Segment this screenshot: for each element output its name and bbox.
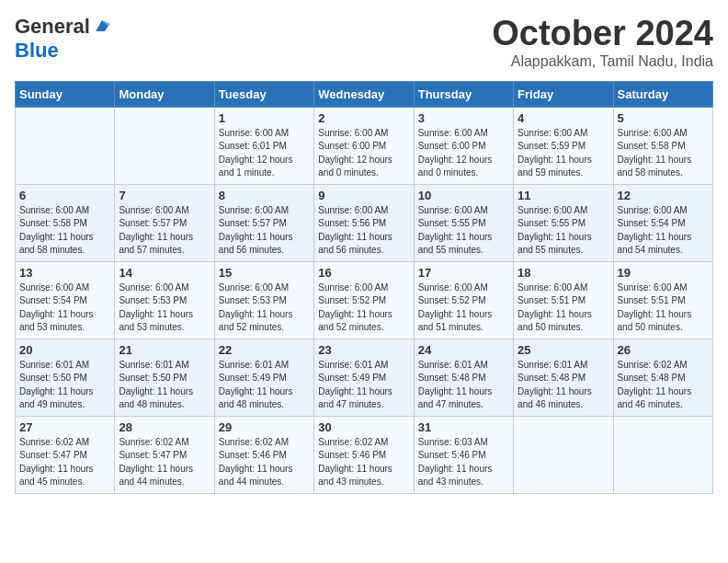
sunrise-text: Sunrise: 6:00 AM: [518, 127, 609, 141]
header-thursday: Thursday: [414, 81, 513, 107]
calendar-cell: 7Sunrise: 6:00 AMSunset: 5:57 PMDaylight…: [115, 184, 214, 261]
daylight-text: Daylight: 11 hours and 52 minutes.: [219, 308, 310, 335]
sunrise-text: Sunrise: 6:00 AM: [518, 282, 609, 295]
day-info: Sunrise: 6:00 AMSunset: 5:51 PMDaylight:…: [618, 282, 709, 335]
daylight-text: Daylight: 11 hours and 54 minutes.: [618, 231, 709, 258]
day-number: 26: [618, 343, 709, 357]
sunset-text: Sunset: 5:49 PM: [219, 372, 310, 385]
day-info: Sunrise: 6:00 AMSunset: 5:57 PMDaylight:…: [219, 204, 310, 258]
day-number: 20: [19, 343, 110, 357]
sunrise-text: Sunrise: 6:00 AM: [618, 282, 709, 295]
calendar-cell: 30Sunrise: 6:02 AMSunset: 5:46 PMDayligh…: [314, 416, 414, 493]
calendar-cell: 29Sunrise: 6:02 AMSunset: 5:46 PMDayligh…: [214, 416, 313, 493]
day-info: Sunrise: 6:00 AMSunset: 5:55 PMDaylight:…: [418, 204, 509, 258]
day-info: Sunrise: 6:02 AMSunset: 5:46 PMDaylight:…: [318, 436, 409, 489]
day-info: Sunrise: 6:02 AMSunset: 5:47 PMDaylight:…: [19, 436, 110, 489]
calendar-week-row: 27Sunrise: 6:02 AMSunset: 5:47 PMDayligh…: [16, 416, 713, 493]
logo-blue: Blue: [15, 39, 59, 63]
sunset-text: Sunset: 5:46 PM: [219, 449, 310, 463]
day-number: 22: [219, 343, 310, 357]
daylight-text: Daylight: 11 hours and 51 minutes.: [418, 308, 509, 335]
month-title: October 2024: [492, 15, 713, 53]
sunrise-text: Sunrise: 6:00 AM: [618, 204, 709, 218]
sunset-text: Sunset: 5:50 PM: [119, 372, 210, 385]
sunrise-text: Sunrise: 6:00 AM: [318, 204, 409, 218]
sunrise-text: Sunrise: 6:00 AM: [318, 127, 409, 141]
daylight-text: Daylight: 11 hours and 57 minutes.: [119, 231, 210, 258]
sunrise-text: Sunrise: 6:00 AM: [219, 204, 310, 218]
day-info: Sunrise: 6:01 AMSunset: 5:48 PMDaylight:…: [418, 359, 509, 412]
day-info: Sunrise: 6:02 AMSunset: 5:46 PMDaylight:…: [219, 436, 310, 489]
sunrise-text: Sunrise: 6:02 AM: [119, 436, 210, 450]
daylight-text: Daylight: 11 hours and 48 minutes.: [119, 385, 210, 412]
logo: General Blue: [15, 15, 112, 63]
calendar-cell: 28Sunrise: 6:02 AMSunset: 5:47 PMDayligh…: [115, 416, 214, 493]
calendar-cell: [613, 416, 712, 493]
daylight-text: Daylight: 11 hours and 58 minutes.: [19, 231, 110, 258]
sunset-text: Sunset: 5:53 PM: [219, 294, 310, 308]
day-number: 9: [318, 189, 409, 202]
calendar-cell: 2Sunrise: 6:00 AMSunset: 6:00 PMDaylight…: [314, 107, 414, 184]
sunrise-text: Sunrise: 6:02 AM: [219, 436, 310, 450]
sunrise-text: Sunrise: 6:00 AM: [318, 282, 409, 295]
day-number: 25: [518, 343, 609, 357]
sunset-text: Sunset: 5:59 PM: [518, 140, 609, 154]
day-number: 13: [19, 266, 110, 280]
sunrise-text: Sunrise: 6:02 AM: [318, 436, 409, 450]
day-info: Sunrise: 6:00 AMSunset: 5:55 PMDaylight:…: [518, 204, 609, 258]
sunrise-text: Sunrise: 6:02 AM: [618, 359, 709, 373]
day-number: 1: [219, 111, 310, 125]
calendar-cell: 31Sunrise: 6:03 AMSunset: 5:46 PMDayligh…: [414, 416, 513, 493]
daylight-text: Daylight: 11 hours and 48 minutes.: [219, 385, 310, 412]
daylight-text: Daylight: 11 hours and 47 minutes.: [318, 385, 409, 412]
calendar-cell: 19Sunrise: 6:00 AMSunset: 5:51 PMDayligh…: [613, 261, 712, 339]
daylight-text: Daylight: 11 hours and 43 minutes.: [318, 463, 409, 489]
day-info: Sunrise: 6:01 AMSunset: 5:48 PMDaylight:…: [518, 359, 609, 412]
calendar-cell: 13Sunrise: 6:00 AMSunset: 5:54 PMDayligh…: [16, 261, 115, 339]
day-info: Sunrise: 6:00 AMSunset: 5:51 PMDaylight:…: [518, 282, 609, 335]
calendar-cell: 22Sunrise: 6:01 AMSunset: 5:49 PMDayligh…: [214, 339, 313, 416]
sunset-text: Sunset: 5:55 PM: [518, 217, 609, 231]
day-number: 8: [219, 189, 310, 202]
day-info: Sunrise: 6:00 AMSunset: 5:52 PMDaylight:…: [318, 282, 409, 335]
daylight-text: Daylight: 11 hours and 56 minutes.: [318, 231, 409, 258]
header-sunday: Sunday: [16, 81, 115, 107]
day-number: 15: [219, 266, 310, 280]
sunset-text: Sunset: 5:54 PM: [618, 217, 709, 231]
sunrise-text: Sunrise: 6:01 AM: [518, 359, 609, 373]
sunset-text: Sunset: 5:55 PM: [418, 217, 509, 231]
day-info: Sunrise: 6:00 AMSunset: 6:00 PMDaylight:…: [418, 127, 509, 180]
day-number: 12: [618, 189, 709, 202]
sunrise-text: Sunrise: 6:01 AM: [318, 359, 409, 373]
svg-marker-0: [96, 20, 108, 31]
sunset-text: Sunset: 5:57 PM: [219, 217, 310, 231]
calendar-cell: 18Sunrise: 6:00 AMSunset: 5:51 PMDayligh…: [514, 261, 613, 339]
sunset-text: Sunset: 5:46 PM: [418, 449, 509, 463]
calendar-cell: 15Sunrise: 6:00 AMSunset: 5:53 PMDayligh…: [214, 261, 313, 339]
sunrise-text: Sunrise: 6:02 AM: [19, 436, 110, 450]
sunset-text: Sunset: 5:52 PM: [418, 294, 509, 308]
day-info: Sunrise: 6:00 AMSunset: 5:54 PMDaylight:…: [19, 282, 110, 335]
sunrise-text: Sunrise: 6:01 AM: [219, 359, 310, 373]
daylight-text: Daylight: 11 hours and 55 minutes.: [418, 231, 509, 258]
calendar-cell: 27Sunrise: 6:02 AMSunset: 5:47 PMDayligh…: [16, 416, 115, 493]
daylight-text: Daylight: 11 hours and 53 minutes.: [119, 308, 210, 335]
sunset-text: Sunset: 5:48 PM: [618, 372, 709, 385]
sunrise-text: Sunrise: 6:00 AM: [19, 282, 110, 295]
sunset-text: Sunset: 5:58 PM: [618, 140, 709, 154]
day-number: 17: [418, 266, 509, 280]
day-info: Sunrise: 6:00 AMSunset: 5:53 PMDaylight:…: [119, 282, 210, 335]
calendar-cell: 25Sunrise: 6:01 AMSunset: 5:48 PMDayligh…: [514, 339, 613, 416]
daylight-text: Daylight: 12 hours and 0 minutes.: [318, 154, 409, 180]
calendar-cell: 5Sunrise: 6:00 AMSunset: 5:58 PMDaylight…: [613, 107, 712, 184]
sunset-text: Sunset: 5:53 PM: [119, 294, 210, 308]
sunset-text: Sunset: 5:51 PM: [618, 294, 709, 308]
sunrise-text: Sunrise: 6:00 AM: [219, 282, 310, 295]
daylight-text: Daylight: 11 hours and 53 minutes.: [19, 308, 110, 335]
day-number: 19: [618, 266, 709, 280]
sunset-text: Sunset: 5:49 PM: [318, 372, 409, 385]
day-info: Sunrise: 6:00 AMSunset: 5:58 PMDaylight:…: [618, 127, 709, 180]
day-number: 23: [318, 343, 409, 357]
sunset-text: Sunset: 6:00 PM: [318, 140, 409, 154]
sunset-text: Sunset: 5:47 PM: [119, 449, 210, 463]
